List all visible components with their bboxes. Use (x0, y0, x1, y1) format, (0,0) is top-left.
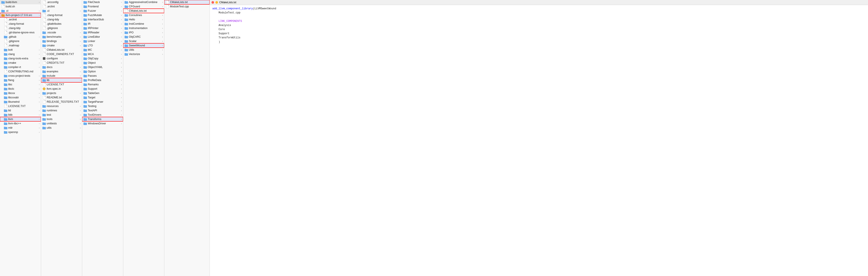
list-item[interactable]: flang› (0, 78, 41, 82)
list-item[interactable]: llvm› (0, 117, 41, 121)
list-item[interactable]: configure (41, 56, 82, 61)
list-item[interactable]: README.txt (41, 95, 82, 100)
list-item[interactable]: InterfaceStub› (82, 17, 123, 22)
list-item[interactable]: TextAPI› (82, 108, 123, 113)
pane-2[interactable]: .arcconfig.arclint.ci›.clang-format.clan… (41, 0, 82, 276)
list-item[interactable]: Linker› (82, 39, 123, 43)
list-item[interactable]: .vscode› (41, 30, 82, 35)
list-item[interactable]: ProfileData› (82, 78, 123, 82)
list-item[interactable]: IRPrinter› (82, 26, 123, 30)
list-item[interactable]: tools› (41, 117, 82, 121)
close-button[interactable] (212, 1, 214, 4)
list-item[interactable]: Fuzzer› (82, 9, 123, 13)
list-item[interactable]: IPO› (123, 30, 164, 35)
list-item[interactable]: Utils› (123, 48, 164, 52)
pane-4[interactable]: AggressiveInstCombine›CFGuard›CMakeLists… (123, 0, 164, 276)
list-item[interactable]: .arclint (41, 4, 82, 9)
list-item[interactable]: TableGen› (82, 91, 123, 95)
pane-1[interactable]: build-llvm›build.sh.ci›llvm-project-17.0… (0, 0, 41, 276)
list-item[interactable]: lld› (0, 108, 41, 113)
list-item[interactable]: llvm-project-17.0.6.src› (0, 13, 41, 17)
list-item[interactable]: resources› (41, 104, 82, 108)
list-item[interactable]: Frontend› (82, 4, 123, 9)
minimize-button[interactable] (215, 1, 218, 4)
list-item[interactable]: .gitignore (0, 39, 41, 43)
list-item[interactable]: bolt› (0, 48, 41, 52)
list-item[interactable]: Vectorize› (123, 52, 164, 56)
list-item[interactable]: LICENSE.TXT (41, 82, 82, 87)
list-item[interactable]: .clang-format (0, 22, 41, 26)
list-item[interactable]: projects› (41, 91, 82, 95)
list-item[interactable]: llvm.spec.in (41, 87, 82, 91)
list-item[interactable]: lldb› (0, 113, 41, 117)
list-item[interactable]: WindowsDriver› (82, 121, 123, 126)
list-item[interactable]: Hello› (123, 17, 164, 22)
list-item[interactable]: clang› (0, 52, 41, 56)
list-item[interactable]: libcxx› (0, 91, 41, 95)
list-item[interactable]: libunwind› (0, 100, 41, 104)
list-item[interactable]: Instrumentation› (123, 26, 164, 30)
list-item[interactable]: runtimes› (41, 108, 82, 113)
list-item[interactable]: cmake› (0, 61, 41, 65)
list-item[interactable]: LICENSE.TXT (0, 104, 41, 108)
list-item[interactable]: Object› (82, 61, 123, 65)
list-item[interactable]: Option› (82, 69, 123, 74)
list-item[interactable]: IRReader› (82, 30, 123, 35)
pane-5[interactable]: CMakeLists.txtModuleTest.cpp (164, 0, 210, 276)
list-item[interactable]: .gitattributes (41, 22, 82, 26)
list-item[interactable]: lib› (41, 78, 82, 82)
list-item[interactable]: TargetParser› (82, 100, 123, 104)
list-item[interactable]: benchmarks› (41, 35, 82, 39)
list-item[interactable]: mlir› (0, 126, 41, 130)
list-item[interactable]: ObjectYAML› (82, 65, 123, 69)
list-item[interactable]: CREDITS.TXT (41, 61, 82, 65)
list-item[interactable]: Transforms› (82, 117, 123, 121)
list-item[interactable]: .arclinit (0, 17, 41, 22)
list-item[interactable]: ObjCopy› (82, 56, 123, 61)
list-item[interactable]: FileCheck› (82, 0, 123, 4)
list-item[interactable]: Passes› (82, 74, 123, 78)
list-item[interactable]: .clang-format (41, 13, 82, 17)
list-item[interactable]: bindings› (41, 39, 82, 43)
list-item[interactable]: .clang-tidy (41, 17, 82, 22)
list-item[interactable]: cross-project-tests› (0, 74, 41, 78)
list-item[interactable]: include› (41, 74, 82, 78)
list-item[interactable]: .github› (0, 35, 41, 39)
list-item[interactable]: Scalar› (123, 39, 164, 43)
list-item[interactable]: AggressiveInstCombine› (123, 0, 164, 4)
list-item[interactable]: llvm-libc++› (0, 121, 41, 126)
list-item[interactable]: CMakeLists.txt (164, 0, 210, 4)
list-item[interactable]: MC› (82, 48, 123, 52)
list-item[interactable]: ModuleTest.cpp (164, 4, 210, 9)
list-item[interactable]: utils› (41, 126, 82, 130)
list-item[interactable]: FuzzMutate› (82, 13, 123, 17)
list-item[interactable]: Target› (82, 95, 123, 100)
list-item[interactable]: CFGuard› (123, 4, 164, 9)
list-item[interactable]: IR› (82, 22, 123, 26)
list-item[interactable]: Testing› (82, 104, 123, 108)
list-item[interactable]: MCA› (82, 52, 123, 56)
list-item[interactable]: clang-tools-extra› (0, 56, 41, 61)
list-item[interactable]: .git-blame-ignore-revs (0, 30, 41, 35)
list-item[interactable]: docs› (41, 65, 82, 69)
list-item[interactable]: unittests› (41, 121, 82, 126)
list-item[interactable]: build-llvm› (0, 0, 41, 4)
list-item[interactable]: build.sh (0, 4, 41, 9)
list-item[interactable]: ObjCARC› (123, 35, 164, 39)
list-item[interactable]: .mailmap (0, 43, 41, 48)
list-item[interactable]: examples› (41, 69, 82, 74)
list-item[interactable]: CONTRIBUTING.md (0, 69, 41, 74)
list-item[interactable]: libcxxabi› (0, 95, 41, 100)
pane-3[interactable]: FileCheck›Frontend›Fuzzer›FuzzMutate›Int… (82, 0, 123, 276)
list-item[interactable]: Coroutines› (123, 13, 164, 17)
list-item[interactable]: .clang-tidy (0, 26, 41, 30)
list-item[interactable]: CMakeLists.txt (123, 9, 164, 13)
list-item[interactable]: openmp› (0, 130, 41, 134)
list-item[interactable]: libc› (0, 82, 41, 87)
list-item[interactable]: RELEASE_TESTERS.TXT (41, 100, 82, 104)
list-item[interactable]: InstCombine› (123, 22, 164, 26)
list-item[interactable]: compiler-rt› (0, 65, 41, 69)
list-item[interactable]: test› (41, 113, 82, 117)
list-item[interactable]: .ci› (41, 9, 82, 13)
list-item[interactable]: .gitignore (41, 26, 82, 30)
